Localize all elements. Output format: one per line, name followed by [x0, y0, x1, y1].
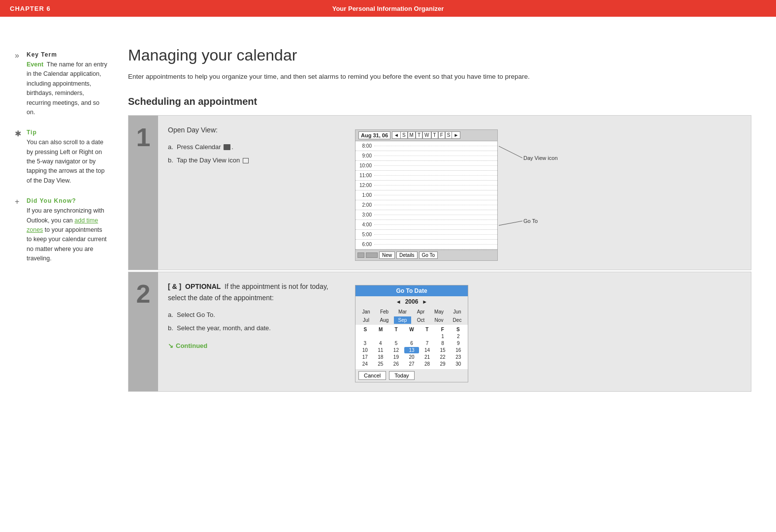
day-view-nav[interactable]: ◄ S M T W T F S ►: [392, 131, 460, 139]
cal-cell-29[interactable]: 29: [435, 361, 451, 367]
time-row-200: 2:00: [356, 200, 497, 210]
cal-cell-12[interactable]: 12: [388, 347, 404, 353]
goto-calendar: S M T W T F S: [356, 325, 468, 369]
cal-cell-14[interactable]: 14: [420, 347, 435, 353]
day-w1[interactable]: W: [422, 132, 431, 138]
goto-month-dec[interactable]: Dec: [449, 316, 466, 324]
goto-today-button[interactable]: Today: [389, 371, 414, 380]
cal-cell-7[interactable]: 7: [420, 340, 435, 346]
cal-cell-24[interactable]: 24: [357, 361, 373, 367]
goto-prev-year[interactable]: ◄: [396, 299, 401, 305]
did-you-know-icon: +: [15, 197, 23, 206]
key-term-heading: Key Term: [27, 51, 108, 58]
cal-cell-8[interactable]: 8: [435, 340, 451, 346]
step-1-number: 1: [136, 125, 151, 150]
time-row-400: 4:00: [356, 220, 497, 230]
cal-cell-20[interactable]: 20: [404, 354, 420, 360]
day-view-new-button[interactable]: New: [379, 251, 395, 259]
cal-cell-3[interactable]: 3: [357, 340, 373, 346]
goto-month-feb[interactable]: Feb: [376, 308, 393, 315]
cal-cell-22[interactable]: 22: [435, 354, 451, 360]
day-t1[interactable]: T: [416, 132, 422, 138]
day-view-next[interactable]: ►: [452, 132, 460, 138]
day-view-screenshot: Aug 31, 06 ◄ S M T W T F S: [355, 129, 498, 261]
goto-month-jul[interactable]: Jul: [357, 316, 375, 324]
calendar-icon: [224, 144, 230, 150]
day-s1[interactable]: S: [400, 132, 408, 138]
cal-cell-26[interactable]: 26: [388, 361, 404, 367]
callout-goto-text: Go To: [523, 218, 538, 224]
goto-month-may[interactable]: May: [430, 308, 448, 315]
col-t: T: [388, 327, 404, 332]
cal-cell-23[interactable]: 23: [451, 354, 466, 360]
day-m1[interactable]: M: [408, 132, 416, 138]
cal-cell-1[interactable]: 1: [435, 333, 451, 340]
page-intro: Enter appointments to help you organize …: [128, 71, 532, 82]
cal-cell-2[interactable]: 2: [451, 333, 466, 340]
svg-line-0: [499, 146, 522, 158]
cal-cell-empty5[interactable]: [420, 333, 435, 340]
cal-cell-30[interactable]: 30: [451, 361, 466, 367]
cal-cell-11[interactable]: 11: [373, 347, 388, 353]
goto-month-apr[interactable]: Apr: [412, 308, 429, 315]
cal-cell-21[interactable]: 21: [420, 354, 435, 360]
cal-cell-25[interactable]: 25: [373, 361, 388, 367]
page-header: CHAPTER 6 Your Personal Information Orga…: [0, 0, 776, 17]
cal-cell-9[interactable]: 9: [451, 340, 466, 346]
day-view-goto-button[interactable]: Go To: [419, 251, 438, 259]
step-2-sub-a: a. Select Go To.: [168, 310, 345, 320]
day-view-footer-icon2: [366, 252, 378, 258]
goto-month-jun[interactable]: Jun: [449, 308, 466, 315]
step-1-text: Open Day View: a. Press Calendar . b. Ta…: [168, 125, 345, 261]
cal-cell-28[interactable]: 28: [420, 361, 435, 367]
goto-month-sep[interactable]: Sep: [394, 316, 411, 324]
col-th: T: [420, 327, 435, 332]
key-term-section: » Key Term Event The name for an entry i…: [15, 51, 108, 117]
time-label-100: 1:00: [356, 192, 374, 198]
cal-cell-empty1[interactable]: [357, 333, 373, 340]
goto-month-oct[interactable]: Oct: [412, 316, 429, 324]
time-row-800: 8:00: [356, 141, 497, 151]
cal-cell-27[interactable]: 27: [404, 361, 420, 367]
goto-month-mar[interactable]: Mar: [394, 308, 411, 315]
cal-cell-18[interactable]: 18: [373, 354, 388, 360]
cal-cell-10[interactable]: 10: [357, 347, 373, 353]
day-view-prev[interactable]: ◄: [392, 132, 400, 138]
day-view-date: Aug 31, 06: [358, 131, 390, 139]
step-1-content: Open Day View: a. Press Calendar . b. Ta…: [158, 116, 751, 270]
goto-month-aug[interactable]: Aug: [376, 316, 393, 324]
day-view-rows: 8:00 9:00 10:00 11:00 12:00 1:00 2:00 3:…: [356, 141, 497, 250]
callout-dayview-text: Day View icon: [523, 155, 558, 161]
tip-body: You can also scroll to a date by pressin…: [27, 138, 108, 186]
cal-cell-15[interactable]: 15: [435, 347, 451, 353]
cal-cell-empty3[interactable]: [388, 333, 404, 340]
cal-cell-6[interactable]: 6: [404, 340, 420, 346]
goto-cancel-button[interactable]: Cancel: [358, 371, 386, 380]
step-1: 1 Open Day View: a. Press Calendar . b. …: [128, 115, 751, 270]
cal-cell-empty4[interactable]: [404, 333, 420, 340]
cal-cell-17[interactable]: 17: [357, 354, 373, 360]
time-label-1100: 11:00: [356, 173, 374, 178]
day-f1[interactable]: F: [438, 132, 445, 138]
time-label-300: 3:00: [356, 212, 374, 218]
cal-cell-5[interactable]: 5: [388, 340, 404, 346]
goto-next-year[interactable]: ►: [422, 299, 427, 305]
did-you-know-body: If you are synchronizing with Outlook, y…: [27, 206, 108, 263]
goto-month-jan[interactable]: Jan: [357, 308, 375, 315]
key-term-definition: The name for an entry in the Calendar ap…: [27, 61, 107, 116]
optional-label: [ & ] OPTIONAL: [168, 282, 221, 290]
tip-section: ✱ Tip You can also scroll to a date by p…: [15, 129, 108, 186]
cal-cell-13[interactable]: 13: [404, 347, 420, 353]
cal-cell-19[interactable]: 19: [388, 354, 404, 360]
sidebar: » Key Term Event The name for an entry i…: [0, 36, 118, 512]
cal-cell-16[interactable]: 16: [451, 347, 466, 353]
day-t2[interactable]: T: [431, 132, 438, 138]
cal-cell-empty2[interactable]: [373, 333, 388, 340]
cal-cell-4[interactable]: 4: [373, 340, 388, 346]
day-view-details-button[interactable]: Details: [396, 251, 418, 259]
day-s2[interactable]: S: [445, 132, 453, 138]
goto-month-nov[interactable]: Nov: [430, 316, 448, 324]
step-2-text: [ & ] OPTIONAL If the appointment is not…: [168, 281, 345, 382]
key-term-icon: »: [15, 51, 23, 60]
did-you-know-heading: Did You Know?: [27, 197, 108, 204]
